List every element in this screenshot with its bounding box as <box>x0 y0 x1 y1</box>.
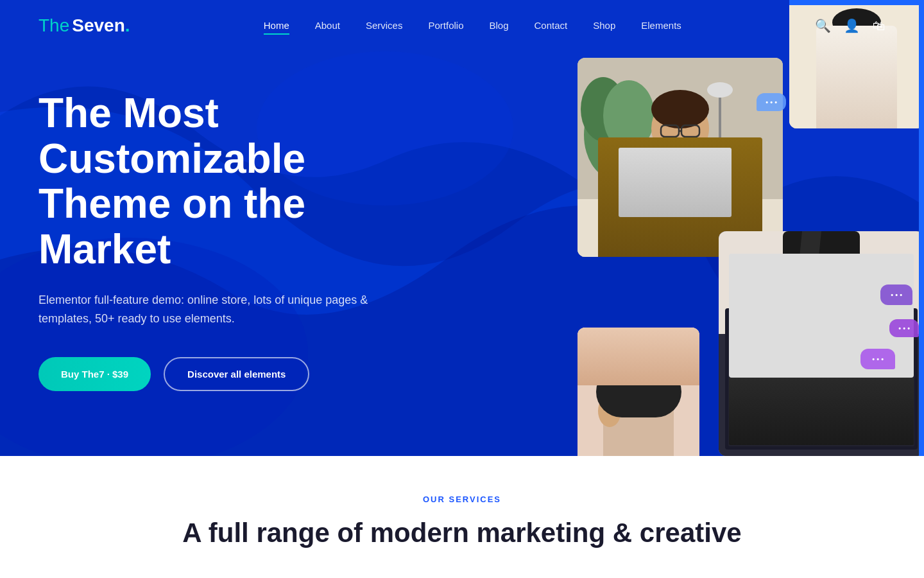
logo[interactable]: The Seven . <box>38 15 130 36</box>
svg-text:⌘: ⌘ <box>672 187 682 198</box>
chat-bubble-blue-text: • • • <box>766 98 777 106</box>
svg-rect-32 <box>825 77 843 100</box>
svg-rect-59 <box>781 342 791 346</box>
svg-point-22 <box>693 188 732 211</box>
logo-seven: Seven <box>72 15 125 36</box>
hero-content: The Most Customizable Theme on the Marke… <box>0 91 449 390</box>
blue-edge-accent <box>919 0 924 456</box>
nav-item-blog[interactable]: Blog <box>490 20 509 31</box>
nav-item-elements[interactable]: Elements <box>641 20 681 31</box>
svg-rect-38 <box>640 365 662 383</box>
nav-item-home[interactable]: Home <box>264 20 289 31</box>
svg-rect-52 <box>783 405 860 440</box>
services-title: A full range of modern marketing & creat… <box>38 517 886 549</box>
hero-buttons: Buy The7 · $39 Discover all elements <box>38 357 411 391</box>
nav-link-home[interactable]: Home <box>264 20 289 35</box>
nav-item-portfolio[interactable]: Portfolio <box>428 20 463 31</box>
svg-point-53 <box>735 337 805 382</box>
nav-item-contact[interactable]: Contact <box>535 20 568 31</box>
svg-rect-62 <box>842 331 853 363</box>
hero-image-person-laptop: ⌘ <box>578 58 783 257</box>
svg-rect-57 <box>766 331 778 363</box>
svg-rect-29 <box>866 61 887 96</box>
main-nav: The Seven . Home About Services Portfoli… <box>0 0 924 51</box>
nav-link-portfolio[interactable]: Portfolio <box>428 20 463 31</box>
svg-rect-46 <box>728 311 914 446</box>
nav-link-shop[interactable]: Shop <box>593 20 615 31</box>
svg-rect-39 <box>613 369 619 382</box>
svg-point-21 <box>629 188 667 211</box>
user-icon[interactable]: 👤 <box>844 18 860 33</box>
logo-the: The <box>38 15 69 36</box>
svg-rect-56 <box>752 333 764 363</box>
chat-bubble-purple-3: • • • <box>860 349 895 369</box>
buy-button[interactable]: Buy The7 · $39 <box>38 357 151 391</box>
chat-bubble-purple-3-text: • • • <box>872 355 884 363</box>
svg-rect-48 <box>738 321 905 333</box>
svg-rect-25 <box>828 51 886 128</box>
svg-rect-54 <box>738 356 802 395</box>
nav-item-shop[interactable]: Shop <box>593 20 615 31</box>
svg-rect-66 <box>783 231 860 321</box>
services-label: OUR SERVICES <box>38 495 886 504</box>
svg-point-33 <box>825 74 843 80</box>
hero-image-laptop-hands <box>719 231 924 456</box>
svg-point-23 <box>720 197 743 227</box>
svg-rect-58 <box>780 333 792 362</box>
chat-bubble-purple-1: • • • <box>880 285 912 305</box>
nav-link-contact[interactable]: Contact <box>535 20 568 31</box>
logo-dot: . <box>125 15 130 36</box>
svg-point-11 <box>651 90 709 128</box>
chat-bubble-purple-2: • • • <box>889 319 919 337</box>
services-section: OUR SERVICES A full range of modern mark… <box>0 456 924 562</box>
discover-button[interactable]: Discover all elements <box>164 357 309 391</box>
nav-item-services[interactable]: Services <box>366 20 403 31</box>
nav-links: Home About Services Portfolio Blog Conta… <box>264 20 681 31</box>
chat-bubble-purple-2-text: • • • <box>898 324 910 332</box>
svg-point-28 <box>845 54 868 62</box>
hero-headline: The Most Customizable Theme on the Marke… <box>38 91 411 272</box>
nav-link-blog[interactable]: Blog <box>490 20 509 31</box>
svg-point-7 <box>707 82 733 98</box>
hero-subheadline: Elementor full-feature demo: online stor… <box>38 291 411 328</box>
search-icon[interactable]: 🔍 <box>815 18 831 33</box>
svg-rect-40 <box>658 369 664 382</box>
svg-point-35 <box>613 346 664 399</box>
nav-item-about[interactable]: About <box>315 20 340 31</box>
svg-rect-55 <box>738 337 749 363</box>
svg-rect-41 <box>603 398 674 456</box>
svg-point-42 <box>598 395 621 427</box>
svg-point-5 <box>603 80 654 151</box>
svg-rect-19 <box>626 157 735 225</box>
svg-rect-45 <box>725 308 918 450</box>
svg-rect-18 <box>622 154 738 228</box>
chat-bubble-purple-1-text: • • • <box>891 291 902 299</box>
cart-icon[interactable]: 🛍 <box>873 19 886 33</box>
svg-rect-49 <box>738 336 905 347</box>
svg-rect-9 <box>629 148 732 250</box>
chat-bubble-blue: • • • <box>757 93 786 111</box>
svg-point-31 <box>859 53 887 69</box>
hero-image-vr <box>578 328 699 456</box>
hero-images: ⌘ <box>539 0 924 456</box>
hero-section: The Most Customizable Theme on the Marke… <box>0 0 924 456</box>
nav-link-elements[interactable]: Elements <box>641 20 681 31</box>
svg-rect-36 <box>613 363 664 389</box>
nav-icons: 🔍 👤 🛍 <box>815 18 886 33</box>
nav-link-about[interactable]: About <box>315 20 340 31</box>
nav-link-services[interactable]: Services <box>366 20 403 31</box>
svg-rect-43 <box>719 231 924 456</box>
svg-point-15 <box>661 141 699 161</box>
svg-rect-30 <box>868 63 886 94</box>
svg-rect-37 <box>615 365 637 383</box>
